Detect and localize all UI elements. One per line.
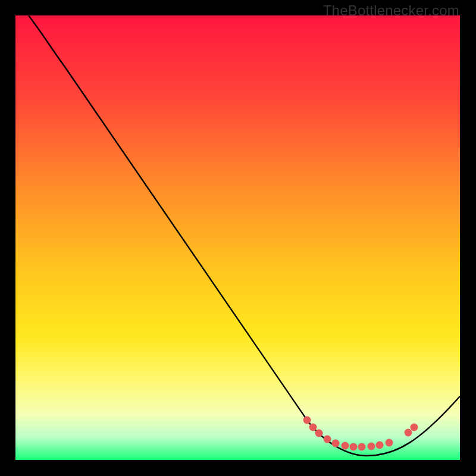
data-marker bbox=[303, 416, 311, 424]
watermark-text: TheBottlenecker.com bbox=[323, 2, 459, 19]
data-marker bbox=[386, 439, 393, 447]
data-marker bbox=[332, 440, 340, 447]
chart-frame: TheBottlenecker.com bbox=[0, 0, 476, 476]
data-marker bbox=[324, 436, 331, 443]
data-marker bbox=[376, 441, 384, 449]
data-marker bbox=[411, 424, 418, 431]
data-marker bbox=[358, 443, 366, 451]
data-marker bbox=[315, 430, 323, 437]
data-marker bbox=[342, 442, 349, 450]
plot-area bbox=[15, 15, 460, 460]
data-marker bbox=[350, 443, 358, 451]
data-marker bbox=[368, 443, 375, 450]
bottleneck-curve bbox=[15, 15, 460, 460]
